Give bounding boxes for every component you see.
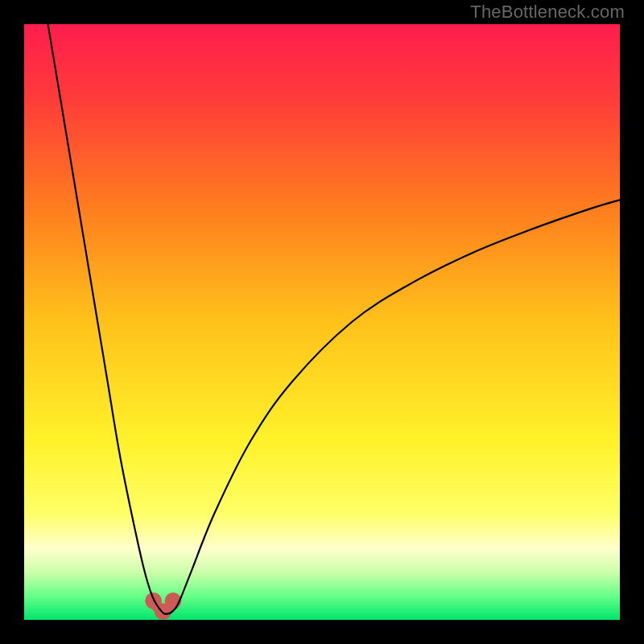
bottleneck-chart xyxy=(24,24,620,620)
watermark-text: TheBottleneck.com xyxy=(470,2,625,23)
gradient-background xyxy=(24,24,620,620)
chart-frame xyxy=(24,24,620,620)
